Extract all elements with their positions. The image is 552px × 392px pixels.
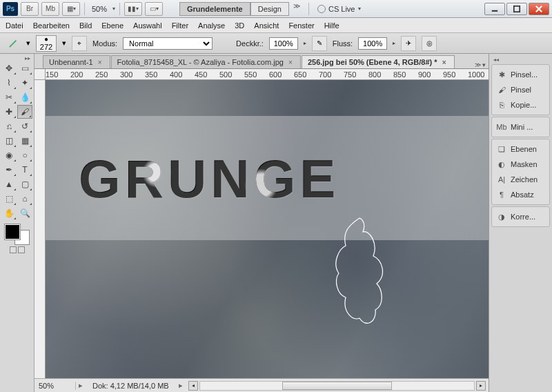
tablet-opacity-button[interactable]: ✎: [312, 36, 327, 51]
zoom-dropdown-icon[interactable]: ▾: [112, 6, 115, 12]
menu-analyse[interactable]: Analyse: [198, 21, 225, 30]
title-bar: Ps Br Mb ▦▾ 50%▾ ▮▮▾ ▭▾ Grundelemente De…: [0, 0, 552, 18]
layout-menu-button[interactable]: ▦▾: [62, 2, 80, 16]
minibridge-button[interactable]: Mb: [41, 2, 59, 16]
panel-brush-presets[interactable]: ✱Pinsel...: [493, 67, 548, 82]
opacity-field[interactable]: 100%: [269, 37, 298, 50]
workspace-more-button[interactable]: ≫: [289, 2, 304, 16]
eyedropper-tool[interactable]: 💧: [17, 90, 32, 104]
screenmode-toggle[interactable]: [18, 246, 25, 253]
current-tool-icon[interactable]: [6, 36, 21, 51]
3d-camera-tool[interactable]: ⌂: [17, 192, 32, 206]
brush-tool[interactable]: 🖌: [17, 105, 32, 119]
crop-tool[interactable]: ✂: [1, 90, 17, 104]
opacity-label: Deckkr.:: [236, 39, 264, 48]
close-icon[interactable]: ×: [96, 58, 104, 66]
panel-brush[interactable]: 🖌Pinsel: [493, 82, 548, 97]
opacity-dropdown-icon[interactable]: ▸: [304, 40, 306, 46]
scroll-thumb[interactable]: [282, 382, 392, 390]
lasso-tool[interactable]: ⌇: [1, 76, 17, 90]
panel-collapse-button[interactable]: ◂◂: [491, 57, 550, 63]
blend-mode-select[interactable]: Normal: [123, 37, 213, 50]
zoom-level[interactable]: 50%: [89, 5, 110, 13]
path-select-tool[interactable]: ▲: [1, 177, 17, 191]
blur-tool[interactable]: ◉: [1, 148, 17, 162]
gradient-tool[interactable]: ▦: [17, 134, 32, 148]
panel-character[interactable]: A|Zeichen: [493, 172, 548, 187]
marquee-tool[interactable]: ▭: [17, 61, 32, 75]
workspace-tab-grundelemente[interactable]: Grundelemente: [179, 2, 250, 16]
tab-menu-button[interactable]: ▾: [482, 61, 486, 68]
status-bar: 50% ▸ Dok: 4,12 MB/14,0 MB ▸ ◂ ▸: [34, 378, 489, 392]
flow-field[interactable]: 100%: [358, 37, 387, 50]
tab-scroll-right-button[interactable]: ≫: [475, 61, 481, 68]
menu-ansicht[interactable]: Ansicht: [254, 21, 279, 30]
panel-minibridge[interactable]: MbMini ...: [493, 119, 548, 135]
ruler-tick: 900: [418, 70, 431, 79]
arrange-button[interactable]: ▮▮▾: [124, 2, 142, 16]
close-icon[interactable]: ×: [286, 58, 295, 66]
dodge-tool[interactable]: ○: [17, 148, 32, 162]
maximize-button[interactable]: [506, 3, 527, 15]
flow-dropdown-icon[interactable]: ▸: [393, 40, 395, 46]
toolbox-collapse-button[interactable]: ▸▸: [1, 55, 32, 61]
ruler-horizontal[interactable]: 1502002503003504004505005506006507007508…: [34, 69, 489, 80]
quickmask-button[interactable]: [10, 246, 17, 253]
menu-ebene[interactable]: Ebene: [101, 21, 124, 30]
close-icon[interactable]: ×: [440, 58, 448, 66]
color-swatch[interactable]: [5, 224, 30, 245]
status-dropdown-icon[interactable]: ▸: [176, 381, 186, 390]
menu-datei[interactable]: Datei: [6, 21, 23, 30]
panel-clone-source[interactable]: ⎘Kopie...: [493, 97, 548, 112]
move-tool[interactable]: ✥: [1, 61, 17, 75]
brush-preset-button[interactable]: ● 272: [36, 35, 57, 52]
panel-paragraph[interactable]: ¶Absatz: [493, 187, 548, 202]
scroll-left-button[interactable]: ◂: [188, 381, 198, 391]
panel-adjustments[interactable]: ◑Korre...: [493, 209, 548, 224]
menu-bearbeiten[interactable]: Bearbeiten: [33, 21, 70, 30]
bridge-button[interactable]: Br: [21, 2, 39, 16]
cs-live-label: CS Live: [328, 5, 355, 13]
screenmode-button[interactable]: ▭▾: [145, 2, 163, 16]
panel-masks[interactable]: ◐Masken: [493, 157, 548, 172]
document-tab[interactable]: Unbenannt-1×: [43, 55, 110, 68]
brush-panel-toggle-button[interactable]: ⌖: [72, 36, 87, 51]
status-menu-icon[interactable]: ▸: [76, 381, 86, 390]
document-tab[interactable]: 256.jpg bei 50% (Ebene 4, RGB/8#) *×: [302, 55, 455, 68]
clone-stamp-tool[interactable]: ⎌: [1, 119, 17, 133]
history-brush-tool[interactable]: ↺: [17, 119, 32, 133]
eraser-tool[interactable]: ◫: [1, 134, 17, 148]
scroll-right-button[interactable]: ▸: [476, 381, 486, 391]
hand-tool[interactable]: ✋: [1, 206, 17, 220]
shape-tool[interactable]: ▢: [17, 177, 32, 191]
horizontal-scrollbar[interactable]: ◂ ▸: [186, 381, 489, 391]
close-button[interactable]: [529, 3, 549, 15]
ruler-tick: 750: [344, 70, 356, 79]
spot-heal-tool[interactable]: ✚: [1, 105, 17, 119]
3d-tool[interactable]: ⬚: [1, 192, 17, 206]
menu-bar: Datei Bearbeiten Bild Ebene Auswahl Filt…: [0, 18, 552, 33]
document-tab[interactable]: Fotolia_8715458_XL - © Azaliya - Fotolia…: [111, 55, 301, 68]
status-zoom[interactable]: 50%: [34, 382, 76, 390]
layers-icon: ❏: [496, 144, 507, 155]
minimize-button[interactable]: [484, 3, 505, 15]
menu-filter[interactable]: Filter: [172, 21, 188, 30]
magic-wand-tool[interactable]: ✦: [17, 76, 32, 90]
cs-live-button[interactable]: CS Live ▾: [317, 5, 361, 13]
workspace-tab-design[interactable]: Design: [250, 2, 289, 16]
airbrush-button[interactable]: ✈: [401, 36, 416, 51]
type-tool[interactable]: T: [17, 163, 32, 177]
menu-auswahl[interactable]: Auswahl: [133, 21, 162, 30]
menu-fenster[interactable]: Fenster: [288, 21, 314, 30]
menu-hilfe[interactable]: Hilfe: [324, 21, 339, 30]
foreground-color[interactable]: [5, 224, 20, 239]
zoom-tool[interactable]: 🔍: [17, 206, 32, 220]
status-docsize[interactable]: Dok: 4,12 MB/14,0 MB: [86, 382, 176, 390]
menu-bild[interactable]: Bild: [79, 21, 92, 30]
ruler-vertical[interactable]: [34, 80, 46, 378]
canvas[interactable]: GRUNGE: [46, 80, 489, 378]
panel-layers[interactable]: ❏Ebenen: [493, 141, 548, 157]
tablet-size-button[interactable]: ◎: [422, 36, 437, 51]
menu-3d[interactable]: 3D: [235, 21, 244, 30]
pen-tool[interactable]: ✒: [1, 163, 17, 177]
